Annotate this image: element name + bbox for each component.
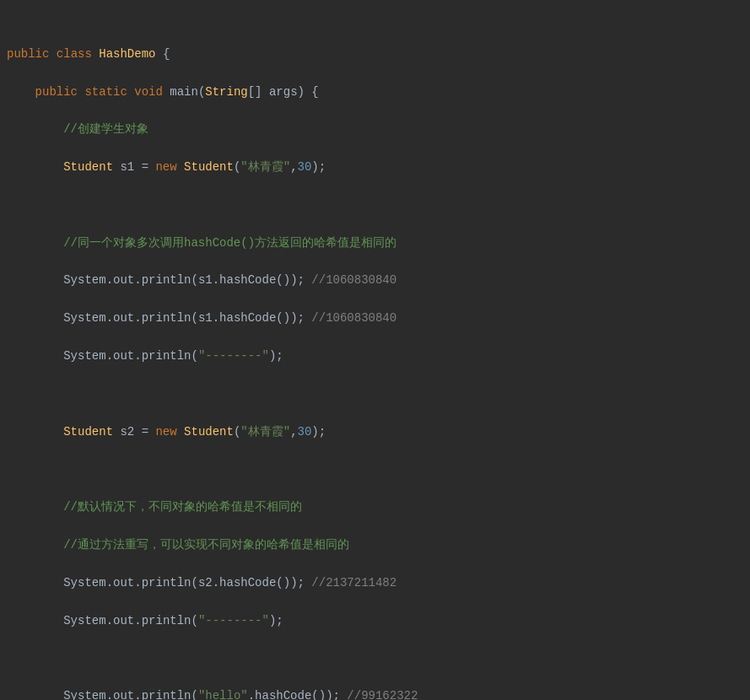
line-10 — [7, 385, 743, 403]
line-11: Student s2 = new Student("林青霞",30); — [7, 423, 743, 441]
line-12 — [7, 460, 743, 478]
line-16: System.out.println("--------"); — [7, 611, 743, 630]
line-15: System.out.println(s2.hashCode()); //213… — [7, 573, 743, 592]
line-3: //创建学生对象 — [7, 120, 743, 138]
line-13: //默认情况下，不同对象的哈希值是不相同的 — [7, 498, 743, 516]
line-2: public static void main(String[] args) { — [7, 83, 743, 101]
line-5 — [7, 196, 743, 214]
line-8: System.out.println(s1.hashCode()); //106… — [7, 309, 743, 327]
line-1: public class HashDemo { — [7, 45, 743, 63]
line-18: System.out.println("hello".hashCode()); … — [7, 687, 743, 700]
line-4: Student s1 = new Student("林青霞",30); — [7, 158, 743, 176]
line-14: //通过方法重写，可以实现不同对象的哈希值是相同的 — [7, 536, 743, 554]
line-9: System.out.println("--------"); — [7, 347, 743, 365]
line-6: //同一个对象多次调用hashCode()方法返回的哈希值是相同的 — [7, 234, 743, 252]
code-editor: public class HashDemo { public static vo… — [0, 3, 750, 700]
line-17 — [7, 649, 743, 667]
line-7: System.out.println(s1.hashCode()); //106… — [7, 271, 743, 289]
